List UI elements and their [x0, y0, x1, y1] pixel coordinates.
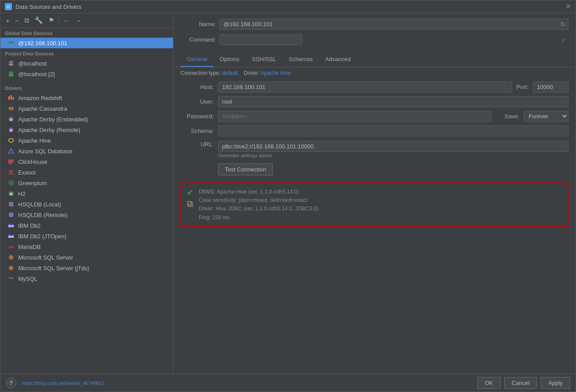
copy-button[interactable]: ⧉ [23, 16, 31, 25]
title-bar: D Data Sources and Drivers ✕ [0, 0, 576, 13]
ibm-db2-icon: IBM [8, 222, 15, 229]
host-input[interactable] [218, 82, 512, 93]
connection-type-value[interactable]: default [222, 70, 238, 76]
apply-button[interactable]: Apply [541, 377, 570, 389]
url-row: URL: [180, 141, 568, 152]
driver-item-greenplum[interactable]: Greenplum [0, 178, 173, 188]
result-line-1: DBMS: Apache Hive (ver. 1.1.0-cdh5.14.0) [199, 188, 318, 196]
tabs: General Options SSH/SSL Schemas Advanced [173, 52, 576, 67]
driver-item-mssql-jtds[interactable]: Microsoft SQL Server (jTds) [0, 263, 173, 273]
config-button[interactable]: 🔧 [33, 16, 45, 25]
user-row: User: [180, 96, 568, 107]
hsql-remote-icon [8, 211, 15, 218]
driver-label-hsql-local: HSQLDB (Local) [18, 201, 61, 208]
driver-label-mariadb: MariaDB [18, 244, 41, 250]
mariadb-icon [8, 243, 15, 250]
url-section: URL: Overrides settings above [173, 139, 576, 160]
driver-item-h2[interactable]: H H2 [0, 188, 173, 199]
ok-button[interactable]: OK [477, 377, 501, 389]
project-datasource-item-2[interactable]: @localhost [2] [0, 69, 173, 79]
tab-advanced[interactable]: Advanced [319, 52, 357, 67]
field-section: Host: Port: User: Password: Save: For [173, 79, 576, 139]
expand-icon[interactable]: ⤢ [561, 37, 566, 43]
refresh-icon[interactable]: ↻ [560, 21, 566, 28]
driver-item-derby-embedded[interactable]: D Apache Derby (Embedded) [0, 114, 173, 124]
driver-item-azure[interactable]: Azure SQL Database [0, 146, 173, 156]
url-input[interactable] [218, 141, 568, 152]
comment-label: Comment: [180, 36, 216, 43]
driver-item-ibm-db2[interactable]: IBM IBM Db2 [0, 220, 173, 231]
driver-item-derby-remote[interactable]: D Apache Derby (Remote) [0, 124, 173, 135]
svg-marker-21 [8, 149, 14, 153]
driver-item-mysql[interactable]: MySQL [0, 273, 173, 284]
comment-input-wrap: ⤢ [219, 34, 568, 45]
exasol-icon [8, 169, 15, 176]
user-input[interactable] [218, 96, 568, 107]
result-line-3: Driver: Hive JDBC (ver. 1.1.0-cdh5.14.0,… [199, 205, 318, 213]
svg-point-39 [9, 266, 13, 270]
clickhouse-icon [8, 158, 15, 165]
driver-item-hsql-remote[interactable]: HSQLDB (Remote) [0, 210, 173, 220]
comment-input[interactable] [219, 34, 302, 45]
name-input[interactable] [219, 19, 568, 30]
remove-button[interactable]: − [13, 16, 21, 25]
connection-type-bar: Connection type: default Driver: Apache … [173, 67, 576, 79]
driver-item-hive[interactable]: Apache Hive [0, 135, 173, 146]
left-toolbar: + − ⧉ 🔧 ⚑ ← → [0, 13, 173, 28]
svg-text:H: H [10, 192, 13, 196]
tab-options[interactable]: Options [213, 52, 246, 67]
password-input[interactable] [218, 111, 491, 122]
svg-text:IBM: IBM [8, 225, 14, 228]
driver-item-mariadb[interactable]: MariaDB [0, 241, 173, 252]
cancel-button[interactable]: Cancel [504, 377, 537, 389]
test-btn-area: Test Connection [173, 160, 576, 179]
driver-label-clickhouse: ClickHouse [18, 159, 47, 165]
driver-label-ibm-db2-jtopen: IBM Db2 (JTOpen) [18, 233, 67, 240]
hsql-local-icon [8, 201, 15, 208]
driver-item-mssql[interactable]: Microsoft SQL Server [0, 252, 173, 263]
tab-general[interactable]: General [180, 52, 213, 67]
port-input[interactable] [533, 82, 568, 93]
drivers-header: Drivers [0, 83, 173, 93]
driver-label-derby-remote: Apache Derby (Remote) [18, 127, 80, 133]
driver-item-cassandra[interactable]: Apache Cassandra [0, 103, 173, 114]
svg-marker-20 [9, 138, 13, 143]
schema-input[interactable] [218, 125, 568, 136]
connection-type-label: Connection type: [180, 70, 220, 76]
window-title: Data Sources and Drivers [16, 4, 82, 10]
svg-point-29 [10, 182, 12, 184]
driver-item-exasol[interactable]: Exasol [0, 167, 173, 178]
svg-rect-11 [8, 96, 10, 100]
driver-item-ibm-db2-jtopen[interactable]: IBM IBM Db2 (JTOpen) [0, 231, 173, 241]
driver-label-exasol: Exasol [18, 169, 35, 176]
project-datasource-item-1[interactable]: @localhost [0, 58, 173, 69]
save-select[interactable]: Forever Until restart Never [524, 111, 568, 122]
h2-icon: H [8, 190, 15, 197]
svg-text:IBM: IBM [8, 235, 14, 238]
left-panel: + − ⧉ 🔧 ⚑ ← → Global Data Sources [0, 13, 173, 374]
help-button[interactable]: ? [6, 378, 16, 388]
driver-item-redshift[interactable]: Amazon Redshift [0, 93, 173, 103]
driver-item-hsql-local[interactable]: HSQLDB (Local) [0, 199, 173, 210]
driver-label-mysql: MySQL [18, 276, 37, 282]
close-button[interactable]: ✕ [565, 3, 571, 10]
driver-label-mssql: Microsoft SQL Server [18, 254, 73, 261]
flag-button[interactable]: ⚑ [47, 16, 56, 25]
project-datasource-label-1: @localhost [18, 60, 47, 67]
driver-item-clickhouse[interactable]: ClickHouse [0, 156, 173, 167]
tab-schemas[interactable]: Schemas [282, 52, 319, 67]
forward-button[interactable]: → [74, 16, 84, 25]
check-icon: ✔ [187, 188, 193, 198]
svg-rect-32 [9, 202, 13, 206]
derby-remote-icon: D [8, 126, 15, 133]
test-connection-button[interactable]: Test Connection [218, 163, 273, 175]
name-label: Name: [180, 21, 216, 27]
driver-value[interactable]: Apache Hive [261, 70, 291, 76]
tab-ssh-ssl[interactable]: SSH/SSL [246, 52, 282, 67]
global-datasource-item[interactable]: @192.168.100.101 [0, 38, 173, 48]
add-button[interactable]: + [4, 16, 12, 25]
result-text: DBMS: Apache Hive (ver. 1.1.0-cdh5.14.0)… [199, 188, 318, 222]
back-button[interactable]: ← [62, 16, 72, 25]
copy-result-icon[interactable] [187, 201, 193, 209]
global-sources-header: Global Data Sources [0, 28, 173, 38]
